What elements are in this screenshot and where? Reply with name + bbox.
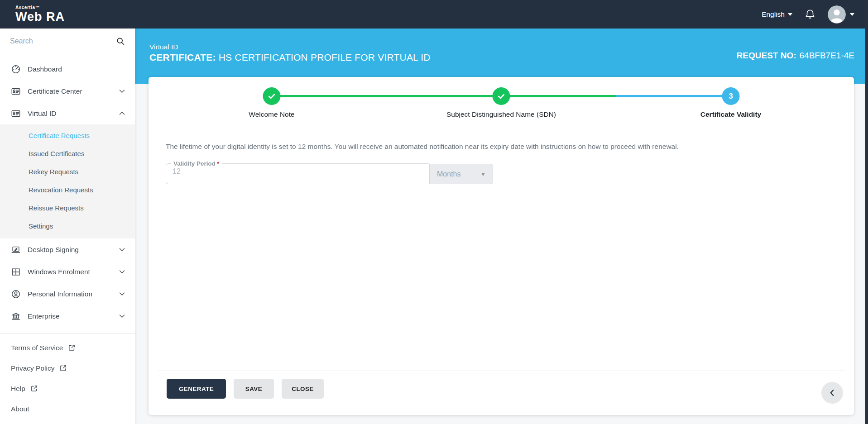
foot-link-label: Terms of Service xyxy=(11,344,63,352)
foot-link-label: Help xyxy=(11,385,25,393)
required-asterisk: * xyxy=(217,160,219,167)
wizard-footer: GENERATE SAVE CLOSE xyxy=(158,371,845,405)
validity-unit-select[interactable]: Months ▼ xyxy=(429,164,493,184)
page-title-prefix: CERTIFICATE: xyxy=(149,52,216,62)
unit-select-value: Months xyxy=(437,170,460,178)
desktop-signing-icon xyxy=(11,245,21,255)
page-title-rest: HS CERTIFICATION PROFILE FOR VIRTUAL ID xyxy=(216,52,431,62)
right-edge-strip xyxy=(865,0,868,424)
request-number-label: REQUEST NO: xyxy=(737,51,796,60)
close-button[interactable]: CLOSE xyxy=(282,379,324,399)
foot-link-label: About xyxy=(11,405,29,413)
sidebar-item-dashboard[interactable]: Dashboard xyxy=(0,58,135,80)
breadcrumb: Virtual ID xyxy=(149,43,178,51)
validity-period-input[interactable] xyxy=(170,167,416,176)
search-input[interactable] xyxy=(10,37,116,45)
external-link-icon xyxy=(30,385,38,392)
stepper-connector-2 xyxy=(501,95,731,97)
chevron-down-icon xyxy=(788,13,792,16)
privacy-policy-link[interactable]: Privacy Policy xyxy=(0,358,135,378)
check-icon xyxy=(497,91,506,101)
sidebar-item-enterprise[interactable]: Enterprise xyxy=(0,305,135,327)
sidebar-item-certificate-center[interactable]: Certificate Center xyxy=(0,80,135,102)
sidebar-item-personal-information[interactable]: Personal Information xyxy=(0,283,135,305)
step-1-circle[interactable] xyxy=(263,87,280,105)
chevron-left-icon xyxy=(827,388,837,398)
chevron-down-icon xyxy=(119,270,125,274)
save-button[interactable]: SAVE xyxy=(234,379,274,399)
brand-product: Web RA xyxy=(15,10,65,24)
sidebar-item-label: Certificate Center xyxy=(28,87,82,95)
sidebar-item-windows-enrolment[interactable]: Windows Enrolment xyxy=(0,261,135,283)
language-selector[interactable]: English xyxy=(762,10,792,19)
topbar: Ascertia™ Web RA English xyxy=(0,0,868,29)
chevron-down-icon xyxy=(850,13,854,16)
sidebar-item-label: Dashboard xyxy=(28,65,62,73)
windows-icon xyxy=(11,267,21,277)
wizard-card: 3 Welcome Note Subject Distinguished Nam… xyxy=(149,77,854,415)
submenu-item-issued-certificates[interactable]: Issued Certificates xyxy=(0,144,135,162)
avatar xyxy=(828,5,846,24)
chevron-down-icon xyxy=(119,314,125,318)
sidebar-divider xyxy=(0,333,135,333)
step-2-circle[interactable] xyxy=(493,87,510,105)
submenu-item-certificate-requests[interactable]: Certificate Requests xyxy=(0,126,135,144)
submenu-item-reissue-requests[interactable]: Reissue Requests xyxy=(0,199,135,217)
step-2-label: Subject Distinguished Name (SDN) xyxy=(446,110,556,119)
chevron-up-icon xyxy=(119,111,125,115)
sidebar-search xyxy=(0,29,135,54)
validity-period-fieldset: Validity Period* xyxy=(166,160,429,184)
step-3-label: Certificate Validity xyxy=(700,110,761,119)
back-step-button[interactable] xyxy=(821,382,843,404)
step-number: 3 xyxy=(729,92,733,101)
validity-field-row: Validity Period* Months ▼ xyxy=(166,160,854,184)
external-link-icon xyxy=(68,344,76,352)
search-icon[interactable] xyxy=(116,37,125,46)
external-link-icon xyxy=(59,364,67,372)
bank-building-icon xyxy=(11,311,21,321)
validity-info-text: The lifetime of your digital identity is… xyxy=(166,143,837,151)
chevron-down-icon xyxy=(119,248,125,252)
request-number: REQUEST NO:64BFB7E1-4E xyxy=(737,51,854,61)
person-circle-icon xyxy=(11,289,21,299)
brand-logo: Ascertia™ Web RA xyxy=(15,5,65,23)
sidebar-item-label: Desktop Signing xyxy=(28,246,79,254)
dashboard-icon xyxy=(11,64,21,74)
sidebar: Dashboard Certificate Center Virtual ID … xyxy=(0,29,135,424)
wizard-stepper: 3 Welcome Note Subject Distinguished Nam… xyxy=(158,77,845,131)
select-arrow-icon: ▼ xyxy=(480,171,486,177)
notifications-bell-icon[interactable] xyxy=(804,9,816,20)
about-link[interactable]: About xyxy=(0,399,135,419)
sidebar-item-desktop-signing[interactable]: Desktop Signing xyxy=(0,238,135,261)
sidebar-item-label: Virtual ID xyxy=(28,110,56,118)
foot-link-label: Privacy Policy xyxy=(11,364,54,372)
step-3-circle[interactable]: 3 xyxy=(722,87,740,105)
generate-button[interactable]: GENERATE xyxy=(167,379,226,399)
sidebar-item-label: Personal Information xyxy=(28,290,92,298)
certificate-card-icon xyxy=(11,86,21,96)
chevron-down-icon xyxy=(119,89,125,93)
sidebar-item-label: Windows Enrolment xyxy=(28,268,90,276)
validity-period-label: Validity Period* xyxy=(171,160,222,167)
user-menu[interactable] xyxy=(828,5,854,24)
sidebar-item-label: Enterprise xyxy=(28,312,60,320)
check-icon xyxy=(267,91,276,101)
chevron-down-icon xyxy=(119,292,125,296)
help-link[interactable]: Help xyxy=(0,378,135,399)
submenu-item-settings[interactable]: Settings xyxy=(0,217,135,235)
page-title: CERTIFICATE: HS CERTIFICATION PROFILE FO… xyxy=(149,52,431,63)
submenu-item-rekey-requests[interactable]: Rekey Requests xyxy=(0,162,135,181)
language-label: English xyxy=(762,10,785,19)
virtual-id-card-icon xyxy=(11,109,21,119)
brand-company: Ascertia™ xyxy=(15,5,65,10)
virtual-id-submenu: Certificate Requests Issued Certificates… xyxy=(0,124,135,238)
page-header-band: Virtual ID CERTIFICATE: HS CERTIFICATION… xyxy=(135,29,868,84)
terms-of-service-link[interactable]: Terms of Service xyxy=(0,338,135,358)
request-number-value: 64BFB7E1-4E xyxy=(800,51,854,60)
sidebar-item-virtual-id[interactable]: Virtual ID xyxy=(0,102,135,124)
submenu-item-revocation-requests[interactable]: Revocation Requests xyxy=(0,181,135,199)
step-1-label: Welcome Note xyxy=(249,110,294,119)
stepper-connector-1 xyxy=(272,95,501,97)
